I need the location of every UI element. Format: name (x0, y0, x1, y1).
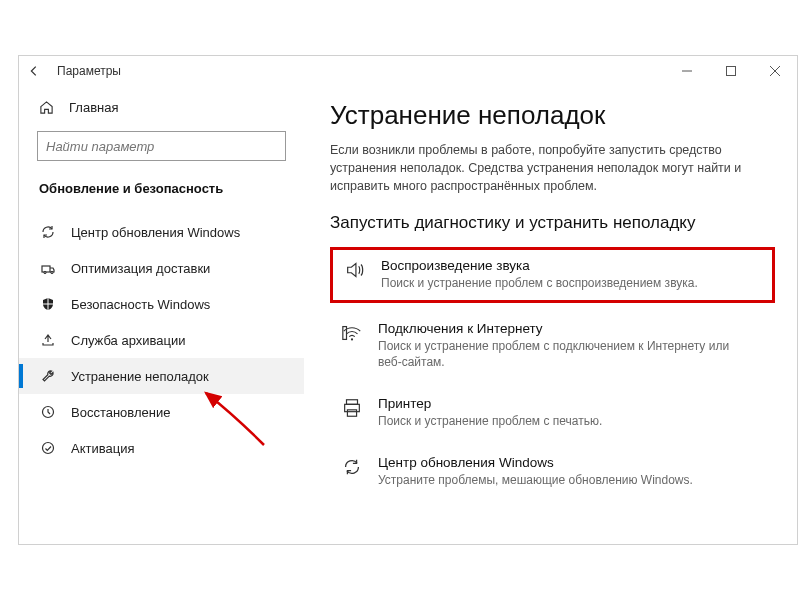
search-box[interactable] (37, 131, 286, 161)
main-content: Устранение неполадок Если возникли пробл… (304, 86, 797, 544)
activation-icon (39, 440, 57, 456)
sidebar-item-backup[interactable]: Служба архивации (19, 322, 304, 358)
sidebar-item-troubleshoot[interactable]: Устранение неполадок (19, 358, 304, 394)
sidebar: Главная Обновление и безопасность Центр … (19, 86, 304, 544)
troubleshooter-title: Принтер (378, 396, 602, 411)
shield-icon (39, 296, 57, 312)
sidebar-item-windows-security[interactable]: Безопасность Windows (19, 286, 304, 322)
troubleshooter-text: Центр обновления Windows Устраните пробл… (378, 455, 693, 488)
sidebar-item-label: Служба архивации (71, 333, 186, 348)
svg-rect-10 (343, 326, 347, 339)
sidebar-item-label: Активация (71, 441, 134, 456)
troubleshooter-desc: Поиск и устранение проблем с подключение… (378, 338, 738, 370)
troubleshooter-item-printer[interactable]: Принтер Поиск и устранение проблем с печ… (330, 388, 775, 437)
sidebar-home[interactable]: Главная (19, 92, 304, 123)
sidebar-item-label: Устранение неполадок (71, 369, 209, 384)
sidebar-section-label: Обновление и безопасность (19, 175, 304, 206)
recovery-icon (39, 404, 57, 420)
sidebar-item-activation[interactable]: Активация (19, 430, 304, 466)
svg-rect-13 (347, 410, 356, 416)
search-input[interactable] (46, 139, 277, 154)
svg-point-9 (351, 338, 353, 340)
troubleshooter-desc: Поиск и устранение проблем с печатью. (378, 413, 602, 429)
troubleshooter-text: Подключения к Интернету Поиск и устранен… (378, 321, 738, 370)
troubleshooter-item-audio[interactable]: Воспроизведение звука Поиск и устранение… (330, 247, 775, 302)
settings-window: Параметры Главная Обновление и безопасно… (18, 55, 798, 545)
maximize-button[interactable] (709, 56, 753, 86)
troubleshooter-text: Принтер Поиск и устранение проблем с печ… (378, 396, 602, 429)
sync-icon (39, 224, 57, 240)
backup-icon (39, 332, 57, 348)
troubleshooter-desc: Устраните проблемы, мешающие обновлению … (378, 472, 693, 488)
page-subhead: Запустить диагностику и устранить непола… (330, 213, 775, 233)
troubleshooter-desc: Поиск и устранение проблем с воспроизвед… (381, 275, 698, 291)
minimize-button[interactable] (665, 56, 709, 86)
close-button[interactable] (753, 56, 797, 86)
sidebar-item-label: Восстановление (71, 405, 170, 420)
sidebar-item-label: Центр обновления Windows (71, 225, 240, 240)
troubleshooter-title: Центр обновления Windows (378, 455, 693, 470)
back-button[interactable] (27, 64, 51, 78)
troubleshooter-text: Воспроизведение звука Поиск и устранение… (381, 258, 698, 291)
wrench-icon (39, 368, 57, 384)
troubleshooter-item-internet[interactable]: Подключения к Интернету Поиск и устранен… (330, 313, 775, 378)
page-title: Устранение неполадок (330, 100, 775, 131)
printer-icon (338, 397, 366, 419)
window-title: Параметры (57, 64, 121, 78)
troubleshooter-item-windows-update[interactable]: Центр обновления Windows Устраните пробл… (330, 447, 775, 496)
sidebar-item-recovery[interactable]: Восстановление (19, 394, 304, 430)
delivery-icon (39, 260, 57, 276)
sidebar-nav: Центр обновления Windows Оптимизация дос… (19, 214, 304, 466)
wifi-icon (338, 322, 366, 344)
svg-rect-1 (727, 67, 736, 76)
troubleshooter-title: Воспроизведение звука (381, 258, 698, 273)
speaker-icon (341, 259, 369, 281)
svg-point-8 (43, 443, 54, 454)
sidebar-item-label: Безопасность Windows (71, 297, 210, 312)
sidebar-home-label: Главная (69, 100, 118, 115)
titlebar: Параметры (19, 56, 797, 86)
troubleshooter-list: Воспроизведение звука Поиск и устранение… (330, 247, 775, 496)
page-intro: Если возникли проблемы в работе, попробу… (330, 141, 760, 195)
troubleshooter-title: Подключения к Интернету (378, 321, 738, 336)
sidebar-item-label: Оптимизация доставки (71, 261, 210, 276)
svg-rect-11 (347, 400, 358, 405)
home-icon (39, 100, 57, 115)
sidebar-item-windows-update[interactable]: Центр обновления Windows (19, 214, 304, 250)
window-controls (665, 56, 797, 86)
svg-rect-4 (42, 266, 50, 272)
window-body: Главная Обновление и безопасность Центр … (19, 86, 797, 544)
sidebar-item-delivery-optimization[interactable]: Оптимизация доставки (19, 250, 304, 286)
sync-icon (338, 456, 366, 478)
